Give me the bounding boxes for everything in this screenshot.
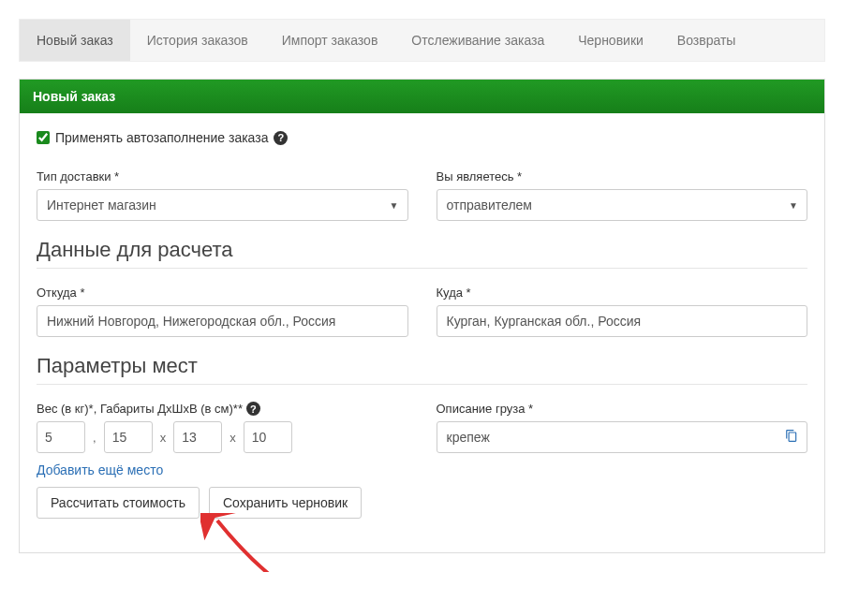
new-order-panel: Новый заказ Применять автозаполнение зак…	[19, 79, 825, 553]
autofill-checkbox[interactable]	[37, 131, 50, 144]
tab-drafts[interactable]: Черновики	[561, 20, 660, 61]
tab-import[interactable]: Импорт заказов	[265, 20, 395, 61]
calculate-button[interactable]: Рассчитать стоимость	[37, 487, 200, 519]
tab-history[interactable]: История заказов	[130, 20, 265, 61]
height-input[interactable]	[244, 421, 292, 453]
arrow-icon	[200, 513, 313, 572]
panel-body: Применять автозаполнение заказа ? Тип до…	[20, 113, 824, 552]
delivery-type-label: Тип доставки *	[37, 169, 408, 183]
delivery-type-select[interactable]: Интернет магазин	[37, 189, 408, 221]
from-input[interactable]	[37, 305, 408, 337]
autofill-row: Применять автозаполнение заказа ?	[37, 130, 807, 145]
params-section-title: Параметры мест	[37, 354, 807, 378]
save-draft-button[interactable]: Сохранить черновик	[209, 487, 362, 519]
role-label: Вы являетесь *	[437, 169, 808, 183]
tab-returns[interactable]: Возвраты	[660, 20, 753, 61]
dims-label: Вес (в кг)*, Габариты ДхШхВ (в см)**	[37, 402, 243, 416]
calc-section-title: Данные для расчета	[37, 238, 807, 262]
separator	[37, 268, 807, 269]
dim-separator: х	[158, 431, 169, 445]
copy-icon[interactable]	[785, 430, 798, 446]
role-select[interactable]: отправителем	[437, 189, 808, 221]
tabs-bar: Новый заказ История заказов Импорт заказ…	[19, 19, 825, 62]
from-label: Откуда *	[37, 286, 408, 300]
to-input[interactable]	[437, 305, 808, 337]
tab-tracking[interactable]: Отслеживание заказа	[394, 20, 561, 61]
width-input[interactable]	[173, 421, 222, 453]
desc-label: Описание груза *	[437, 402, 808, 416]
autofill-label: Применять автозаполнение заказа	[55, 130, 268, 145]
dim-separator: х	[228, 431, 238, 445]
weight-input[interactable]	[37, 421, 85, 453]
panel-title: Новый заказ	[20, 80, 824, 113]
question-icon[interactable]: ?	[246, 402, 260, 416]
dim-separator: ,	[91, 431, 98, 445]
tab-new-order[interactable]: Новый заказ	[20, 20, 130, 61]
add-more-link[interactable]: Добавить ещё место	[37, 462, 408, 477]
separator	[37, 384, 807, 385]
question-icon[interactable]: ?	[274, 131, 288, 145]
to-label: Куда *	[437, 286, 808, 300]
desc-input[interactable]	[437, 421, 808, 453]
length-input[interactable]	[104, 421, 153, 453]
